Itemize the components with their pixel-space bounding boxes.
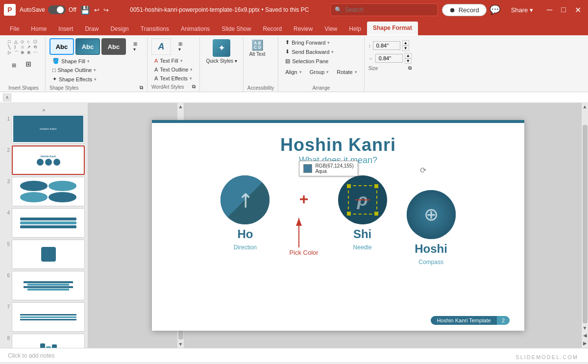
slide-img-4[interactable] [12,208,85,238]
right-scroll-up[interactable]: ▲ [582,103,588,110]
send-backward-btn[interactable]: ⬇ Send Backward ▾ [282,48,337,56]
save-icon[interactable]: 💾 [80,5,90,15]
wordart-more[interactable]: ⊞▾ [172,40,188,53]
scroll-up-arrow[interactable]: ▲ [177,103,184,110]
height-input[interactable]: 0.84" [373,41,400,50]
text-outline-btn[interactable]: A Text Outline ▾ [151,66,196,73]
ho-circle[interactable]: ↗ [220,175,270,224]
align-btn[interactable]: Align ▾ [282,68,304,76]
width-input[interactable]: 0.84" [375,54,403,63]
tab-review[interactable]: Review [288,23,318,35]
shape-styles-expand[interactable]: ⧉ [140,85,143,91]
height-up[interactable]: ▲ [402,40,409,46]
scroll-down-arrow[interactable]: ▼ [177,340,184,348]
collapse-ribbon-btn[interactable]: ∧ [3,94,11,101]
slide-img-6[interactable] [12,271,85,300]
record-button[interactable]: ⏺ Record [442,4,487,16]
width-down[interactable]: ▼ [405,58,412,64]
rotate-btn[interactable]: Rotate ▾ [334,68,360,76]
handle-br[interactable] [374,212,378,216]
share-button[interactable]: Share ▾ [503,4,541,16]
shape-fill-btn[interactable]: 🪣 Shape Fill ▾ [49,57,99,65]
undo-icon[interactable]: ↩ [94,6,99,14]
autosave-toggle[interactable] [48,5,66,14]
slide-img-1[interactable]: Hoshin Kanri [12,114,85,144]
wordart-style-btn[interactable]: A [151,38,171,55]
tab-view[interactable]: View [318,23,343,35]
maximize-button[interactable]: □ [558,4,569,15]
text-fill-caret[interactable]: ▾ [180,58,183,63]
slide-img-3[interactable] [12,177,85,206]
tab-animations[interactable]: Animations [175,23,216,35]
slide-panel-scroll-up[interactable]: ▲ [3,107,85,112]
tab-draw[interactable]: Draw [79,23,104,35]
search-input[interactable] [345,6,434,13]
prev-slide-btn[interactable]: ◀ [582,332,588,339]
width-up[interactable]: ▲ [405,53,412,58]
slide-thumb-1[interactable]: 1 Hoshin Kanri [3,114,85,144]
shape-styles-more[interactable]: ⊞▾ [127,40,143,53]
outline-caret[interactable]: ▾ [94,68,96,73]
hoshi-circle[interactable]: ⊕ [407,190,456,239]
tab-slide-show[interactable]: Slide Show [216,23,257,35]
slide-thumb-7[interactable]: 7 [3,302,85,332]
close-button[interactable]: ✕ [572,4,584,16]
slide-img-2[interactable]: Hoshin Kanri [12,146,85,175]
shape-style-abc-1[interactable]: Abc [49,38,74,55]
insert-shapes-grid[interactable]: □△◇○⬡ ╲⟩☆↗⟲ ▷⌒⊕⊗⋯ [6,38,41,57]
bring-forward-icon: ⬆ [285,39,290,46]
shape-outline-btn[interactable]: □ Shape Outline ▾ [49,66,99,74]
comments-icon[interactable]: 💬 [490,4,500,15]
right-scroll-down[interactable]: ▼ [582,324,588,332]
selection-pane-btn[interactable]: ▤ Selection Pane [282,57,337,65]
edit-points-btn[interactable] [23,59,38,71]
slide-thumb-3[interactable]: 3 [3,177,85,206]
tab-home[interactable]: Home [25,23,52,35]
slide-thumb-8[interactable]: 8 [3,334,85,348]
handle-bl[interactable] [347,212,351,216]
text-effects-btn[interactable]: A Text Effects ▾ [151,74,196,82]
tab-record[interactable]: Record [257,23,288,35]
search-box[interactable]: 🔍 [330,3,438,16]
redo-icon[interactable]: ↪ [103,6,109,14]
minimize-button[interactable]: ─ [544,4,555,15]
shape-style-abc-2[interactable]: Abc [75,38,100,55]
tab-file[interactable]: File [4,23,25,35]
text-effects-caret[interactable]: ▾ [190,76,192,81]
handle-tr[interactable] [374,184,378,188]
bring-forward-btn[interactable]: ⬆ Bring Forward ▾ [282,38,337,47]
arrange-btn[interactable]: ⊞ [6,59,22,71]
wordart-expand[interactable]: ⧉ [192,84,196,90]
tab-insert[interactable]: Insert [52,23,79,35]
slide-img-8[interactable] [12,334,85,348]
effects-caret[interactable]: ▾ [94,77,97,82]
handle-tl[interactable] [347,184,351,188]
slide-thumb-4[interactable]: 4 [3,208,85,238]
slide-thumb-6[interactable]: 6 [3,271,85,300]
slide-thumb-5[interactable]: 5 [3,240,85,269]
tab-shape-format[interactable]: Shape Format [367,22,418,35]
click-to-add-notes[interactable]: Click to add notes [8,352,54,359]
quick-styles-btn[interactable]: ✦ Quick Styles ▾ [204,38,239,65]
shi-circle[interactable]: ρ [338,175,387,224]
text-outline-caret[interactable]: ▾ [190,67,193,72]
size-expand[interactable]: ⧉ [408,65,412,71]
rotate-handle-icon[interactable]: ⟳ [420,166,426,175]
bring-forward-caret[interactable]: ▾ [327,40,330,45]
slide-thumb-2[interactable]: 2 Hoshin Kanri [3,146,85,175]
slide-img-5[interactable] [12,240,85,269]
next-slide-btn[interactable]: ▶ [582,340,588,347]
shape-effects-btn[interactable]: ✦ Shape Effects ▾ [49,75,99,83]
tab-design[interactable]: Design [104,23,134,35]
tab-help[interactable]: Help [343,23,367,35]
right-scroll-thumb[interactable] [583,125,588,323]
group-btn[interactable]: Group ▾ [307,68,332,76]
shape-style-abc-3[interactable]: Abc [101,38,126,55]
fill-caret[interactable]: ▾ [87,59,90,64]
slide-img-7[interactable] [12,302,85,332]
send-backward-caret[interactable]: ▾ [331,49,334,54]
tab-transitions[interactable]: Transitions [135,23,175,35]
alt-text-btn[interactable]: 🔠 Alt Text [247,38,268,58]
text-fill-btn[interactable]: A Text Fill ▾ [151,57,196,65]
height-down[interactable]: ▼ [402,46,409,51]
